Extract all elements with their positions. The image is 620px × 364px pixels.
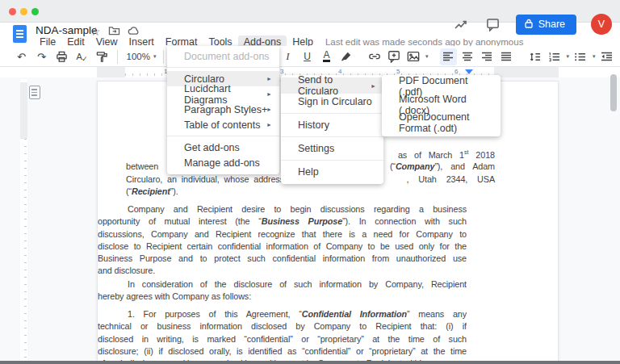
- insights-icon[interactable]: [453, 16, 470, 33]
- align-right-button[interactable]: [479, 48, 496, 65]
- redo-button[interactable]: ↷: [33, 48, 50, 65]
- print-button[interactable]: [53, 48, 70, 65]
- menu-item-label: Sign in Circularo: [298, 96, 372, 107]
- menu-item-send-to-circularo[interactable]: Send to Circularo►: [281, 77, 383, 94]
- menu-item-get-add-ons[interactable]: Get add-ons: [167, 140, 279, 155]
- doc-line: 1. For purposes of this Agreement, “Conf…: [98, 308, 467, 320]
- menu-item-label: Settings: [298, 143, 334, 154]
- doc-line: hereby agrees with Company as follows:: [98, 291, 467, 303]
- menu-divider: [281, 113, 383, 114]
- menu-item-label: Document add-ons: [184, 51, 270, 62]
- menu-item-label: OpenDocument Format (.odt): [399, 111, 492, 134]
- doc-paragraph: Company and Recipient desire to begin di…: [98, 203, 467, 278]
- menu-item-manage-add-ons[interactable]: Manage add-ons: [167, 155, 279, 170]
- undo-button[interactable]: ↶: [13, 48, 30, 65]
- menu-item-opendocument-format-odt-[interactable]: OpenDocument Format (.odt): [382, 114, 501, 132]
- doc-line: and disclosure.: [98, 265, 467, 277]
- spellcheck-button[interactable]: A✓: [73, 48, 90, 65]
- justify-button[interactable]: [498, 48, 515, 65]
- menu-item-label: Get add-ons: [184, 142, 240, 153]
- menu-item-label: Help: [298, 166, 319, 178]
- comment-history-icon[interactable]: [484, 16, 501, 33]
- vertical-ruler[interactable]: [20, 79, 27, 361]
- share-label: Share: [538, 19, 565, 30]
- insert-link-button[interactable]: [366, 48, 383, 65]
- menu-item-help[interactable]: Help: [281, 164, 383, 180]
- menu-item-label: Paragraph Styles+: [184, 104, 267, 115]
- paint-format-button[interactable]: [94, 48, 111, 65]
- doc-line: disclosure; (ii) if disclosed orally, is…: [98, 345, 467, 358]
- doc-line: In consideration of the disclosure of su…: [98, 278, 467, 291]
- menu-divider: [281, 136, 383, 137]
- menu-item-document-add-ons: Document add-ons: [167, 48, 279, 64]
- menu-divider: [281, 160, 383, 161]
- share-button[interactable]: Share: [516, 15, 576, 35]
- text-color-button[interactable]: A: [318, 48, 335, 65]
- underline-button[interactable]: U: [299, 48, 316, 65]
- numbered-list-caret[interactable]: ▾: [567, 53, 570, 60]
- bulleted-list-button[interactable]: [572, 48, 589, 65]
- doc-line: opportunity of mutual interest (the “Bus…: [98, 215, 467, 228]
- zoom-window-button[interactable]: [31, 8, 39, 15]
- bulleted-list-caret[interactable]: ▾: [593, 53, 596, 60]
- google-docs-logo-icon[interactable]: [13, 25, 27, 43]
- google-docs-window: NDA-sample ☆ FileEditViewInsertFormatToo…: [0, 0, 620, 364]
- last-edit-link[interactable]: Last edit was made seconds ago by anonym…: [325, 37, 523, 47]
- submenu-arrow-icon: ►: [266, 76, 272, 82]
- menu-item-label: Manage add-ons: [184, 157, 260, 169]
- highlight-color-button[interactable]: [337, 48, 354, 65]
- close-window-button[interactable]: [9, 8, 16, 15]
- submenu-arrow-icon: ►: [371, 83, 376, 89]
- ruler-number: 3: [280, 68, 283, 75]
- doc-line: technical or business information disclo…: [98, 320, 467, 333]
- decrease-indent-button[interactable]: [598, 48, 615, 65]
- insert-image-caret[interactable]: ▾: [425, 53, 429, 60]
- ruler-number: 5: [396, 68, 400, 75]
- menu-divider: [167, 136, 279, 136]
- submenu-arrow-icon: ►: [266, 122, 272, 128]
- insert-image-button[interactable]: [404, 48, 421, 65]
- avatar[interactable]: V: [591, 14, 612, 35]
- menu-item-history[interactable]: History: [281, 117, 383, 133]
- circularo-submenu: Send to Circularo►Sign in CircularoHisto…: [281, 75, 383, 184]
- italic-button[interactable]: I: [279, 48, 296, 65]
- doc-paragraph: In consideration of the disclosure of su…: [98, 278, 467, 303]
- indent-marker-icon[interactable]: [465, 69, 473, 74]
- doc-line: Business Purpose and to protect such con…: [98, 253, 467, 265]
- doc-paragraph: 1. For purposes of this Agreement, “Conf…: [98, 308, 467, 364]
- increase-indent-button[interactable]: [618, 48, 620, 65]
- menu-item-paragraph-styles-[interactable]: Paragraph Styles+►: [167, 102, 279, 117]
- addons-menu: Document add-onsCircularo►Lucidchart Dia…: [167, 46, 279, 174]
- send-to-submenu: PDF Document (.pdf)Microsoft Word (.docx…: [382, 75, 501, 136]
- submenu-arrow-icon: ►: [266, 91, 272, 97]
- doc-line: disclosed in writing, is marked “confide…: [98, 333, 467, 345]
- menu-item-table-of-contents[interactable]: Table of contents►: [167, 117, 279, 132]
- numbered-list-button[interactable]: [546, 48, 563, 65]
- menu-item-settings[interactable]: Settings: [281, 140, 383, 157]
- align-left-button[interactable]: [440, 48, 457, 65]
- menu-item-sign-in-circularo[interactable]: Sign in Circularo: [281, 94, 383, 110]
- ruler-number: 6: [455, 68, 458, 75]
- vertical-scrollbar[interactable]: [610, 74, 617, 111]
- line-spacing-button[interactable]: [526, 48, 543, 65]
- screen-bottom-edge: [0, 361, 620, 364]
- menu-item-label: Table of contents: [184, 119, 261, 131]
- doc-line: disclose to Recipient certain confidenti…: [98, 241, 467, 253]
- doc-line: (“Recipient”).: [126, 186, 495, 199]
- menu-divider: [167, 67, 279, 68]
- doc-line: discussions, Company and Recipient recog…: [98, 228, 467, 241]
- submenu-arrow-icon: ►: [266, 107, 272, 112]
- document-outline-icon[interactable]: [29, 86, 40, 99]
- app-header: NDA-sample ☆ FileEditViewInsertFormatToo…: [0, 23, 620, 46]
- align-center-button[interactable]: [459, 48, 476, 65]
- minimize-window-button[interactable]: [20, 8, 27, 15]
- menu-item-lucidchart-diagrams[interactable]: Lucidchart Diagrams►: [167, 86, 279, 102]
- menu-item-label: History: [298, 119, 329, 131]
- doc-line: Company and Recipient desire to begin di…: [98, 203, 467, 215]
- add-comment-button[interactable]: [385, 48, 402, 65]
- toolbar: ↶ ↷ A✓ 100%▾ Normal text▾: [0, 46, 620, 67]
- lock-icon: [525, 19, 533, 31]
- zoom-select[interactable]: 100%▾: [124, 48, 157, 65]
